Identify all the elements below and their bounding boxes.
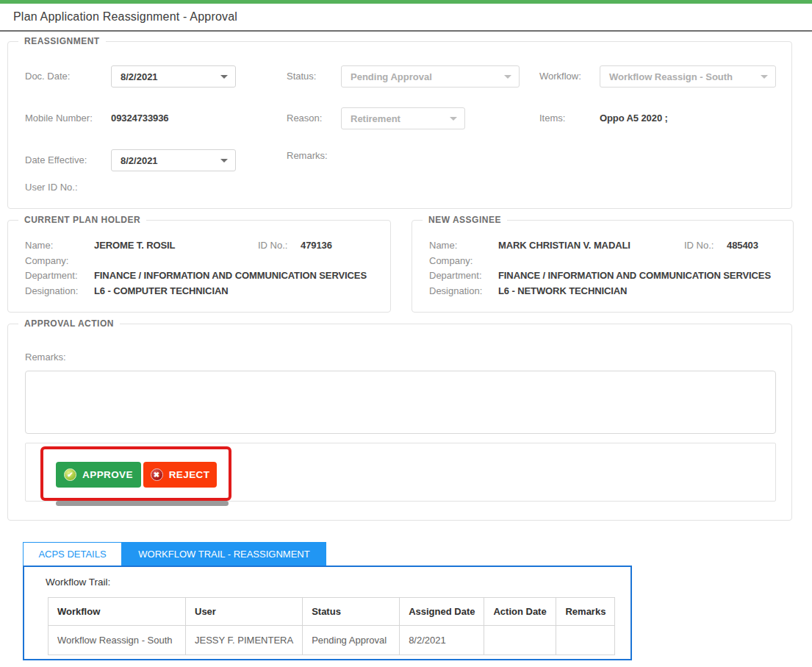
new-assignee-legend: NEW ASSGINEE	[423, 215, 507, 226]
items-label: Items:	[539, 107, 565, 129]
page-title: Plan Application Reassignment - Approval	[0, 10, 237, 24]
id-no-value: 479136	[301, 240, 332, 251]
check-circle-icon: ✔	[64, 468, 76, 481]
mobile-number-value: 09324733936	[111, 107, 168, 129]
table-row: Workflow Reassign - South JESSY F. PIMEN…	[48, 626, 615, 655]
department-value: FINANCE / INFORMATION AND COMMUNICATION …	[498, 270, 771, 281]
items-value: Oppo A5 2020 ;	[600, 107, 668, 129]
date-effective-label: Date Effective:	[25, 149, 87, 171]
col-assigned-date: Assigned Date	[400, 598, 484, 626]
title-bar: Plan Application Reassignment - Approval	[0, 4, 812, 32]
cell-workflow: Workflow Reassign - South	[48, 626, 186, 655]
new-assignee-section: NEW ASSGINEE Name: MARK CHRISTIAN V. MAD…	[412, 220, 794, 313]
cell-assigned-date: 8/2/2021	[400, 626, 484, 655]
page: Plan Application Reassignment - Approval…	[0, 0, 812, 667]
mobile-number-label: Mobile Number:	[25, 107, 93, 129]
tab-workflow-trail-reassignment[interactable]: WORKFLOW TRAIL - REASSIGNMENT	[122, 542, 326, 566]
col-remarks: Remarks	[556, 598, 615, 626]
company-label: Company:	[25, 255, 68, 266]
designation-value: L6 - NETWORK TECHNICIAN	[498, 285, 627, 296]
approval-action-legend: APPROVAL ACTION	[18, 318, 120, 329]
approve-button-label: APPROVE	[82, 469, 133, 480]
designation-value: L6 - COMPUTER TECHNICIAN	[94, 285, 229, 296]
designation-label: Designation:	[25, 285, 78, 296]
date-effective-value: 8/2/2021	[121, 155, 158, 166]
name-value: JEROME T. ROSIL	[94, 240, 175, 251]
chevron-down-icon	[761, 75, 768, 79]
col-action-date: Action Date	[484, 598, 556, 626]
reject-button-label: REJECT	[169, 469, 210, 480]
col-user: User	[186, 598, 303, 626]
cell-user: JESSY F. PIMENTERA	[186, 626, 303, 655]
name-label: Name:	[25, 240, 53, 251]
workflow-trail-panel: Workflow Trail: Workflow User Status Ass…	[23, 566, 632, 660]
cell-action-date	[484, 626, 556, 655]
workflow-dropdown: Workflow Reassign - South	[600, 65, 776, 88]
chevron-down-icon	[220, 159, 228, 163]
detail-tabs: ACPS DETAILS WORKFLOW TRAIL - REASSIGNME…	[23, 542, 326, 566]
approve-button[interactable]: ✔ APPROVE	[56, 462, 141, 488]
department-label: Department:	[429, 270, 482, 281]
reject-button[interactable]: ✖ REJECT	[143, 462, 217, 488]
workflow-trail-table: Workflow User Status Assigned Date Actio…	[48, 597, 615, 655]
status-value: Pending Approval	[351, 71, 432, 82]
reason-label: Reason:	[287, 107, 322, 129]
user-id-label: User ID No.:	[25, 182, 78, 193]
id-no-value: 485403	[727, 240, 758, 251]
name-value: MARK CHRISTIAN V. MADALI	[498, 240, 630, 251]
col-status: Status	[303, 598, 400, 626]
workflow-label: Workflow:	[539, 65, 581, 88]
chevron-down-icon	[504, 75, 511, 79]
doc-date-value: 8/2/2021	[121, 71, 158, 82]
reason-dropdown: Retirement	[341, 107, 465, 129]
designation-label: Designation:	[429, 285, 482, 296]
company-label: Company:	[429, 255, 473, 266]
department-label: Department:	[25, 270, 78, 281]
reassignment-legend: REASSIGNMENT	[18, 36, 106, 47]
department-value: FINANCE / INFORMATION AND COMMUNICATION …	[94, 270, 367, 281]
reassignment-remarks-label: Remarks:	[287, 150, 328, 161]
x-circle-icon: ✖	[151, 468, 163, 481]
current-plan-holder-section: CURRENT PLAN HOLDER Name: JEROME T. ROSI…	[7, 220, 391, 313]
doc-date-label: Doc. Date:	[25, 65, 70, 88]
workflow-value: Workflow Reassign - South	[609, 71, 733, 82]
chevron-down-icon	[220, 75, 228, 79]
workflow-trail-label: Workflow Trail:	[46, 577, 110, 588]
id-no-label: ID No.:	[258, 240, 287, 251]
table-header-row: Workflow User Status Assigned Date Actio…	[48, 598, 615, 626]
name-label: Name:	[429, 240, 457, 251]
doc-date-dropdown[interactable]: 8/2/2021	[111, 65, 236, 88]
col-workflow: Workflow	[48, 598, 186, 626]
chevron-down-icon	[450, 117, 457, 121]
cell-remarks	[556, 626, 615, 655]
id-no-label: ID No.:	[684, 240, 714, 251]
horizontal-scrollbar-thumb[interactable]	[56, 501, 229, 506]
current-plan-holder-legend: CURRENT PLAN HOLDER	[18, 215, 146, 226]
cell-status: Pending Approval	[303, 626, 400, 655]
approval-remarks-label: Remarks:	[25, 352, 66, 363]
status-dropdown: Pending Approval	[341, 65, 520, 88]
status-label: Status:	[287, 65, 316, 88]
tab-acps-details[interactable]: ACPS DETAILS	[23, 542, 122, 566]
reassignment-section: REASSIGNMENT Doc. Date: 8/2/2021 Status:…	[7, 41, 792, 209]
approval-action-section: APPROVAL ACTION Remarks: ✔ APPROVE ✖ REJ…	[7, 324, 792, 521]
date-effective-dropdown[interactable]: 8/2/2021	[111, 149, 236, 171]
reason-value: Retirement	[351, 113, 400, 124]
approval-remarks-input[interactable]	[25, 371, 776, 434]
